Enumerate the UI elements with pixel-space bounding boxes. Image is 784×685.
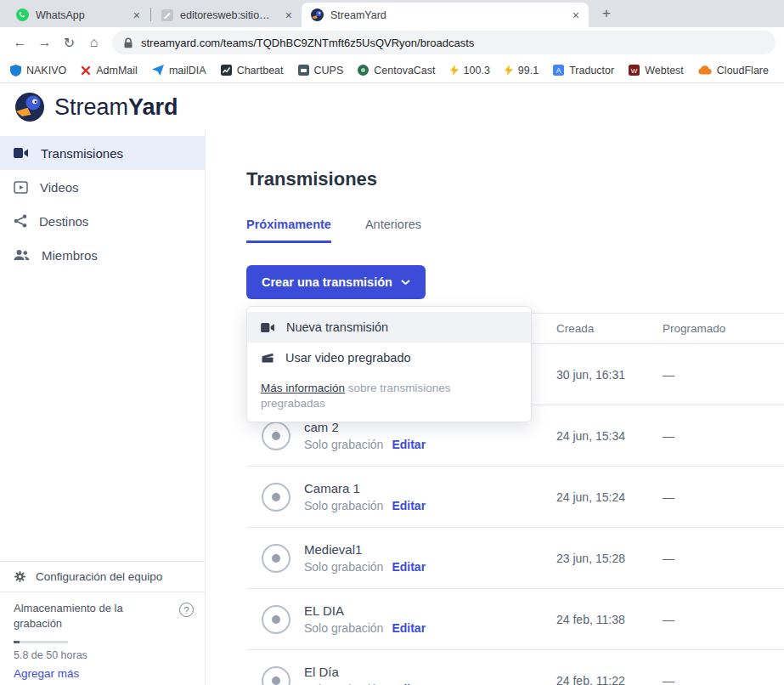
tab-eldia-site[interactable]: editoresweb:sitioweb:eldia.co × [152, 3, 302, 27]
help-icon[interactable]: ? [179, 603, 194, 617]
row-subtitle: Solo grabación [304, 560, 383, 574]
browser-tab-strip: WhatsApp × editoresweb:sitioweb:eldia.co… [0, 0, 784, 27]
bookmark-cloudflare[interactable]: CloudFlare [698, 65, 769, 76]
gear-icon [14, 570, 26, 583]
bookmark-label: Webtest [645, 65, 684, 76]
tab-separator [150, 8, 151, 21]
lock-icon [123, 37, 133, 48]
create-broadcast-button[interactable]: Crear una transmisión [246, 265, 426, 299]
more-info-link[interactable]: Más información [261, 382, 345, 394]
bookmark-radio-99-1[interactable]: 99.1 [505, 65, 539, 76]
bookmark-label: 99.1 [518, 65, 539, 76]
bookmark-traductor[interactable]: ATraductor [553, 65, 614, 76]
bolt-icon [505, 65, 513, 76]
record-icon [262, 422, 290, 450]
share-icon [14, 214, 27, 228]
sidebar-item-videos[interactable]: Videos [0, 170, 205, 204]
create-broadcast-label: Crear una transmisión [262, 275, 392, 290]
table-row: EL DIA Solo grabaciónEditar 24 feb, 11:3… [246, 589, 784, 650]
new-tab-button[interactable]: + [595, 3, 618, 25]
broadcast-icon [358, 65, 369, 76]
broadcast-tabs: Próximamente Anteriores [246, 218, 784, 243]
shield-icon [10, 65, 21, 76]
edit-link[interactable]: Editar [392, 560, 426, 574]
tab-whatsapp[interactable]: WhatsApp × [7, 3, 149, 27]
url-text: streamyard.com/teams/TQDhBC9ZNTmft6z5UsQ… [141, 37, 474, 49]
bookmark-maildia[interactable]: mailDIA [152, 65, 206, 76]
team-settings-label: Configuración del equipo [36, 570, 162, 583]
column-header-created: Creada [556, 322, 663, 335]
team-settings-button[interactable]: Configuración del equipo [0, 561, 205, 592]
sidebar: Transmisiones Videos Destinos Miembros C… [0, 131, 206, 685]
tab-anteriores[interactable]: Anteriores [365, 218, 421, 243]
sidebar-item-label: Destinos [39, 214, 88, 229]
bookmarks-bar: NAKIVO AdmMail mailDIA Chartbeat CUPS Ce… [0, 58, 784, 83]
record-icon [262, 666, 290, 685]
row-scheduled: — [663, 674, 784, 685]
bookmark-chartbeat[interactable]: Chartbeat [221, 65, 284, 76]
edit-link[interactable]: Editar [392, 438, 426, 451]
bookmark-label: NAKIVO [26, 65, 66, 76]
app-header: StreamYard [0, 83, 784, 131]
sidebar-item-transmisiones[interactable]: Transmisiones [0, 136, 205, 170]
menu-footer: Más información sobre transmisiones preg… [247, 373, 531, 422]
bookmark-centovacast[interactable]: CentovaCast [358, 65, 435, 76]
row-created: 24 jun, 15:24 [556, 490, 663, 504]
bookmark-cups[interactable]: CUPS [298, 65, 344, 76]
edit-link[interactable]: Editar [392, 621, 426, 635]
edit-link[interactable]: Editar [392, 499, 426, 512]
add-more-link[interactable]: Agregar más [14, 667, 191, 680]
row-title: EL DIA [304, 603, 426, 618]
bookmark-nakivo[interactable]: NAKIVO [10, 65, 66, 76]
row-subtitle: Solo grabación [304, 621, 383, 635]
mail-x-icon [81, 65, 91, 76]
printer-icon [298, 65, 309, 76]
reload-button[interactable]: ↻ [58, 31, 81, 54]
row-scheduled: — [663, 490, 784, 504]
row-scheduled: — [663, 368, 784, 382]
home-button[interactable]: ⌂ [82, 31, 105, 54]
table-row: El Día Solo grabaciónEditar 24 feb, 11:2… [246, 650, 784, 685]
tab-streamyard[interactable]: StreamYard × [302, 3, 589, 27]
bookmark-webtest[interactable]: WWebtest [629, 65, 684, 76]
tab-close-icon[interactable]: × [570, 8, 582, 22]
tab-title: WhatsApp [36, 9, 124, 21]
sidebar-footer: Configuración del equipo Almacenamiento … [0, 561, 205, 685]
sidebar-item-miembros[interactable]: Miembros [0, 238, 205, 272]
row-created: 24 feb, 11:38 [556, 613, 663, 626]
tab-proximamente[interactable]: Próximamente [246, 218, 331, 243]
browser-toolbar: ← → ↻ ⌂ streamyard.com/teams/TQDhBC9ZNTm… [0, 27, 784, 58]
sidebar-item-label: Videos [40, 180, 79, 195]
bookmark-radio-100-3[interactable]: 100.3 [450, 65, 490, 76]
storage-label: Almacenamiento de la grabación [14, 601, 143, 631]
menu-item-new-broadcast[interactable]: Nueva transmisión [247, 312, 531, 342]
page-title: Transmisiones [246, 168, 784, 190]
screen: WhatsApp × editoresweb:sitioweb:eldia.co… [0, 0, 784, 685]
back-button[interactable]: ← [8, 31, 31, 54]
video-library-icon [14, 181, 28, 194]
streamyard-favicon [311, 8, 324, 21]
menu-item-label: Usar video pregrabado [285, 351, 411, 365]
bookmark-admmail[interactable]: AdmMail [81, 65, 138, 76]
sidebar-item-label: Transmisiones [41, 146, 123, 161]
site-icon [161, 9, 173, 21]
clapperboard-icon [261, 352, 274, 364]
row-subtitle: Solo grabación [304, 438, 383, 451]
table-row: Camara 1 Solo grabaciónEditar 24 jun, 15… [246, 467, 784, 528]
address-bar[interactable]: streamyard.com/teams/TQDhBC9ZNTmft6z5UsQ… [112, 31, 776, 54]
tab-close-icon[interactable]: × [283, 8, 295, 22]
tab-title: StreamYard [330, 9, 563, 21]
sidebar-item-destinos[interactable]: Destinos [0, 204, 205, 238]
tab-close-icon[interactable]: × [131, 8, 143, 22]
camera-icon [14, 147, 29, 159]
bookmark-label: 100.3 [464, 65, 490, 76]
bolt-icon [450, 65, 459, 76]
row-title: El Día [304, 665, 426, 679]
bookmark-label: CUPS [314, 65, 344, 76]
menu-item-use-prerecorded[interactable]: Usar video pregrabado [247, 342, 531, 373]
webtest-icon: W [629, 65, 640, 76]
menu-item-label: Nueva transmisión [286, 320, 388, 334]
forward-button[interactable]: → [33, 31, 56, 54]
streamyard-logo[interactable]: StreamYard [14, 91, 178, 123]
brand-wordmark: StreamYard [54, 94, 178, 121]
